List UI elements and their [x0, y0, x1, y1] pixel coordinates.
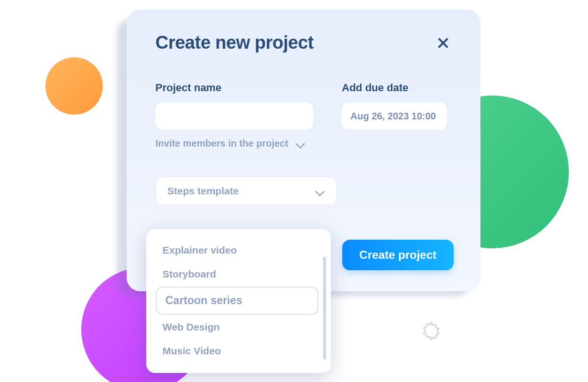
chevron-down-icon: [315, 188, 325, 194]
template-option-music-video[interactable]: Music Video: [156, 340, 318, 362]
template-option-explainer-video[interactable]: Explainer video: [156, 239, 318, 262]
project-name-group: Project name: [155, 82, 313, 129]
template-option-storyboard[interactable]: Storyboard: [156, 263, 318, 286]
due-date-group: Add due date: [342, 82, 447, 129]
modal-title: Create new project: [155, 32, 314, 53]
form-row-main: Project name Add due date: [155, 82, 452, 129]
steps-template-select[interactable]: Steps template: [155, 177, 337, 205]
project-name-input[interactable]: [155, 103, 313, 129]
invite-members-toggle[interactable]: Invite members in the project: [155, 138, 452, 149]
steps-template-option-list: Explainer video Storyboard Cartoon serie…: [156, 239, 323, 363]
steps-template-dropdown: Explainer video Storyboard Cartoon serie…: [146, 229, 331, 373]
gear-icon: [420, 320, 442, 342]
due-date-label: Add due date: [342, 82, 447, 94]
close-icon: [436, 36, 450, 50]
modal-header: Create new project: [155, 32, 452, 53]
decor-circle-orange: [45, 57, 103, 115]
close-button[interactable]: [435, 34, 452, 52]
create-project-button[interactable]: Create project: [342, 240, 454, 270]
dropdown-scrollbar[interactable]: [323, 257, 326, 360]
due-date-input[interactable]: [342, 103, 447, 129]
project-name-label: Project name: [155, 82, 313, 94]
invite-members-label: Invite members in the project: [155, 138, 288, 149]
template-option-web-design[interactable]: Web Design: [156, 316, 318, 339]
template-option-cartoon-series[interactable]: Cartoon series: [156, 286, 318, 315]
steps-template-label: Steps template: [167, 185, 239, 197]
chevron-down-icon: [295, 140, 305, 147]
